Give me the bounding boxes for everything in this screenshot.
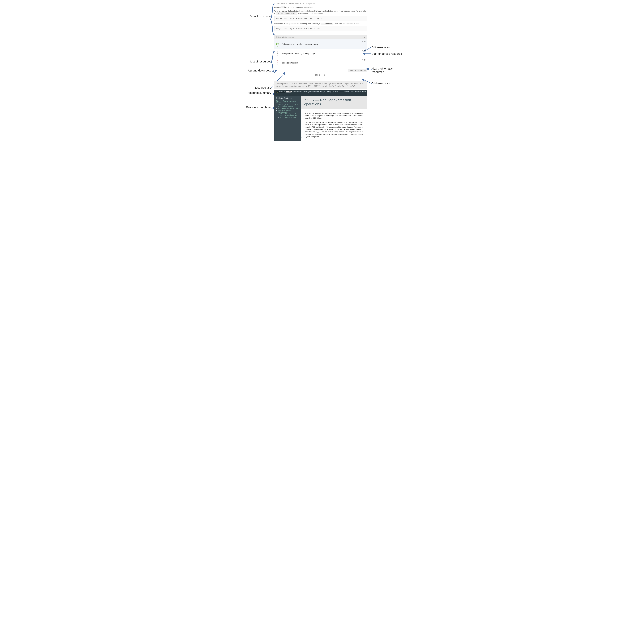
resource-title-link[interactable]: string split function — [282, 62, 298, 64]
anno-add: Add resources — [372, 82, 390, 85]
anno-vote: Up and down vote — [246, 69, 271, 72]
staff-endorsed-icon: ✓ — [359, 40, 361, 42]
upvote-icon[interactable]: ↑ — [277, 51, 278, 52]
toc-sublink[interactable]: 7.2.5.3. search() vs. match() — [280, 117, 298, 118]
figure-container: Question in p-set List of resources Up a… — [246, 3, 398, 141]
version-selector[interactable]: 2.7.9 ▾ — [286, 91, 292, 92]
edit-icon[interactable]: ✎ — [362, 40, 363, 42]
python-logo-label: 🐍 Python » — [276, 91, 285, 93]
q-para1: Assume s is a string of lower case chara… — [274, 6, 367, 9]
resource-title-link[interactable]: String count with overlapping occurrence… — [282, 43, 318, 45]
vote-count: 4 — [277, 61, 278, 64]
upvote-icon[interactable]: ↑ — [277, 41, 278, 43]
resource-thumbnail: 🐍 Python » 2.7.9 ▾ Documentation » The P… — [274, 90, 367, 141]
q-para3: In the case of ties, print the first sub… — [274, 23, 367, 25]
edit-icon[interactable]: ✎ — [362, 59, 363, 61]
anno-flag: Flag problematicresources — [372, 67, 393, 74]
resources-header[interactable]: Hide related resources ▲ — [274, 35, 367, 39]
toc-head-link[interactable]: 7.2. re — Regular expression operations — [276, 100, 296, 104]
doc-heading: 7.2. re — Regular expression operations — [304, 98, 364, 106]
inline-code-s: s — [281, 6, 284, 8]
codeblock-1: Longest substring in alphabetical order … — [274, 16, 367, 21]
question-title: ALPHABETICAL SUBSTRINGS (15 points possi… — [274, 3, 367, 5]
vote-count: 7 — [277, 52, 278, 55]
sidebar-collapse-icon[interactable]: « — [301, 137, 302, 138]
resource-summary: Use import re code and re.findall functi… — [274, 81, 367, 89]
hide-resources-label: Hide related resources — [276, 36, 294, 38]
toc-sublink[interactable]: 7.2.5.1. Checking For a Pair — [280, 113, 298, 115]
collapse-triangle-icon: ▲ — [364, 36, 365, 38]
toc-link[interactable]: 7.2.2. Module Contents — [278, 106, 293, 107]
vote-count: 29 — [276, 43, 279, 45]
add-resource-button[interactable]: Add new resource >> — [348, 69, 367, 72]
svg-line-6 — [367, 69, 372, 69]
points-label: (15 points possible) — [302, 3, 316, 5]
doc-para2: Regular expressions use the backslash ch… — [305, 121, 363, 138]
main-card: ALPHABETICAL SUBSTRINGS (15 points possi… — [274, 3, 367, 141]
resource-list: ↑ 29 ↓ String count with overlapping occ… — [274, 39, 367, 67]
thumb-content: 7.2. re — Regular expression operations … — [301, 96, 367, 141]
toc-title: Table Of Contents — [276, 97, 300, 99]
brace-question — [269, 3, 275, 36]
page-next-icon[interactable]: ► — [323, 74, 327, 76]
vote-widget: ↑ 29 ↓ — [276, 41, 279, 47]
doc-para1: This module provides regular expression … — [305, 112, 363, 119]
anno-edit: Edit resources — [372, 46, 390, 49]
vote-widget: ↑ 4 ↓ — [276, 60, 279, 66]
anno-title: Resource title — [246, 86, 271, 89]
downvote-icon[interactable]: ↓ — [277, 45, 278, 47]
anno-question-text1: Question in p-set — [250, 15, 271, 18]
downvote-icon[interactable]: ↓ — [277, 64, 278, 66]
toc-link[interactable]: 7.2.3. Regular Expression Objects — [278, 108, 300, 109]
upvote-icon[interactable]: ↑ — [277, 60, 278, 61]
resource-title-link[interactable]: String Basics - Indexing, Slicing, Loops — [282, 52, 315, 54]
thumb-breadcrumb-bar: 🐍 Python » 2.7.9 ▾ Documentation » The P… — [274, 90, 367, 96]
vote-widget: ↑ 7 ↓ — [276, 51, 279, 56]
thumb-sidebar: Table Of Contents 7.2. re — Regular expr… — [274, 96, 301, 141]
breadcrumb-text[interactable]: Documentation » The Python Standard Libr… — [292, 91, 338, 93]
breadcrumb-trail: » — [276, 93, 277, 95]
resource-row[interactable]: ↑ 29 ↓ String count with overlapping occ… — [274, 39, 367, 49]
toc-link[interactable]: 7.2.1. Regular Expression Syntax — [278, 104, 299, 106]
page-link[interactable]: 2 — [318, 74, 321, 76]
resource-row[interactable]: ↑ 7 ↓ String Basics - Indexing, Slicing,… — [274, 49, 367, 58]
anno-list: List of resources — [246, 60, 271, 63]
inline-code-example1: s = 'azcbobobegghakl' — [276, 12, 297, 15]
doc-nav-links[interactable]: previous | next | modules | index — [344, 91, 366, 93]
toc-list: 7.2.1. Regular Expression Syntax 7.2.2. … — [276, 104, 300, 118]
downvote-icon[interactable]: ↓ — [277, 55, 278, 56]
flag-icon[interactable]: ⚑ — [364, 59, 366, 61]
page-current[interactable]: 1 — [315, 74, 317, 76]
pager: 1 2 ► — [274, 74, 367, 76]
anno-staff: Staff-endorsed resource — [372, 52, 402, 56]
codeblock-2: Longest substring in alphabetical order … — [274, 26, 367, 31]
anno-thumb: Resource thumbnail — [246, 106, 271, 109]
anno-question: Question in p-set — [246, 15, 271, 18]
flag-icon[interactable]: ⚑ — [364, 50, 366, 52]
q-para2: Write a program that prints the longest … — [274, 10, 367, 15]
inline-code-s2: s — [315, 10, 318, 12]
edit-icon[interactable]: ✎ — [362, 50, 363, 52]
toc-link[interactable]: 7.2.5. Examples — [278, 111, 288, 113]
inline-code-example2: s = 'abcbcd' — [321, 23, 333, 25]
flag-icon[interactable]: ⚑ — [364, 40, 366, 42]
question-body: Assume s is a string of lower case chara… — [274, 6, 367, 31]
resource-row[interactable]: ↑ 4 ↓ string split function ✎ ⚑ — [274, 58, 367, 67]
anno-summary: Resource summary — [246, 91, 271, 95]
toc-sublink[interactable]: 7.2.5.2. Simulating scanf() — [280, 115, 297, 116]
toc-link[interactable]: 7.2.4. Match Objects — [278, 109, 291, 111]
